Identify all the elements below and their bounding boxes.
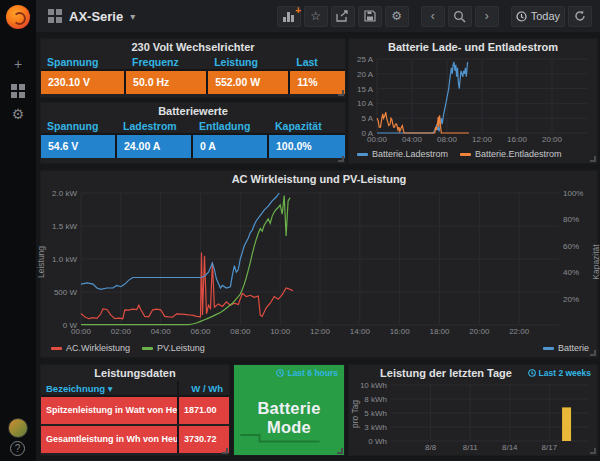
panel-title[interactable]: 230 Volt Wechselrichter bbox=[41, 39, 345, 55]
col-header[interactable]: Spannung bbox=[41, 55, 126, 69]
panel-resize-handle[interactable] bbox=[590, 156, 596, 162]
legend-item[interactable]: PV.Leistung bbox=[142, 343, 205, 353]
svg-text:20 A: 20 A bbox=[357, 70, 374, 79]
panel-daily-chart: Leistung der letzten Tage Last 2 weeks 8… bbox=[348, 364, 598, 456]
svg-text:8/17: 8/17 bbox=[542, 443, 558, 452]
panel-resize-handle[interactable] bbox=[338, 90, 344, 96]
cell-bezeichnung: Spitzenleistung in Watt von Heute bbox=[41, 397, 179, 424]
col-header[interactable]: Last bbox=[290, 55, 345, 69]
chevron-down-icon: ▾ bbox=[130, 11, 135, 22]
cell-last: 11% bbox=[290, 71, 345, 94]
legend-item[interactable]: Batterie bbox=[543, 343, 589, 353]
table-header-row: Spannung Frequenz Leistung Last bbox=[41, 55, 345, 71]
panel-title[interactable]: Leistungsdaten bbox=[41, 365, 229, 381]
legend-label: Batterie bbox=[558, 343, 589, 353]
svg-text:8/8: 8/8 bbox=[425, 443, 437, 452]
panel-title[interactable]: AC Wirkleistung und PV-Leistung bbox=[41, 171, 597, 187]
add-panel-icon: + bbox=[283, 11, 294, 22]
svg-text:5 kWh: 5 kWh bbox=[364, 409, 387, 418]
svg-text:20:00: 20:00 bbox=[542, 135, 563, 144]
col-header[interactable]: Entladung bbox=[193, 119, 269, 133]
dashboard-settings-button[interactable]: ⚙ bbox=[385, 6, 409, 27]
badge-label: Last 2 weeks bbox=[539, 368, 591, 378]
user-avatar[interactable] bbox=[8, 418, 28, 438]
panel-resize-handle[interactable] bbox=[222, 448, 228, 454]
legend-label: PV.Leistung bbox=[157, 343, 205, 353]
clock-icon bbox=[528, 369, 536, 377]
help-icon[interactable]: ? bbox=[10, 441, 25, 456]
svg-text:15 A: 15 A bbox=[357, 85, 374, 94]
svg-text:08:00: 08:00 bbox=[437, 135, 458, 144]
col-header-sortable[interactable]: Bezeichnung ▾ bbox=[41, 381, 179, 395]
svg-text:10:00: 10:00 bbox=[270, 327, 291, 336]
chart-legend: Batterie.Ladestrom Batterie.Entladestrom bbox=[357, 149, 562, 159]
time-forward-button[interactable]: › bbox=[475, 6, 499, 27]
cell-wert: 1871.00 bbox=[179, 397, 229, 424]
panel-resize-handle[interactable] bbox=[590, 448, 596, 454]
panel-title[interactable]: Batteriewerte bbox=[41, 103, 345, 119]
svg-text:1.5 kW: 1.5 kW bbox=[52, 222, 77, 231]
svg-text:10 A: 10 A bbox=[357, 99, 374, 108]
panel-resize-handle[interactable] bbox=[338, 156, 344, 162]
svg-text:0 A: 0 A bbox=[361, 129, 373, 138]
svg-text:04:00: 04:00 bbox=[402, 135, 423, 144]
dashboard-title: AX-Serie bbox=[69, 9, 123, 24]
col-header[interactable]: Frequenz bbox=[126, 55, 208, 69]
grid-icon bbox=[11, 84, 25, 98]
panel-resize-handle[interactable] bbox=[337, 448, 343, 454]
add-icon[interactable]: + bbox=[0, 52, 36, 76]
svg-text:14:00: 14:00 bbox=[350, 327, 371, 336]
legend-item[interactable]: AC.Wirkleistung bbox=[51, 343, 130, 353]
sidebar: + ⚙ ? bbox=[0, 0, 36, 461]
save-icon bbox=[364, 10, 376, 22]
svg-text:5 A: 5 A bbox=[361, 114, 373, 123]
time-range-button[interactable]: Today bbox=[511, 6, 565, 27]
panel-battery-mode: Last 6 hours Batterie Mode bbox=[233, 364, 345, 456]
badge-label: Last 6 hours bbox=[287, 368, 338, 378]
charge-chart-plot[interactable]: 00:0004:0008:0012:0016:0020:000 A5 A10 A… bbox=[351, 55, 595, 145]
series-color-swatch bbox=[142, 347, 153, 350]
svg-text:25 A: 25 A bbox=[357, 55, 374, 64]
share-icon bbox=[336, 10, 349, 22]
table-row: Spitzenleistung in Watt von Heute 1871.0… bbox=[41, 397, 229, 424]
save-button[interactable] bbox=[358, 6, 382, 27]
zoom-out-button[interactable] bbox=[448, 6, 472, 27]
top-navbar: AX-Serie ▾ + ☆ bbox=[36, 0, 600, 32]
cell-bezeichnung: Gesamtleistung in Wh von Heute bbox=[41, 426, 179, 453]
svg-text:12:00: 12:00 bbox=[310, 327, 331, 336]
svg-text:22:00: 22:00 bbox=[509, 327, 530, 336]
share-button[interactable] bbox=[331, 6, 355, 27]
chart-legend-left: AC.Wirkleistung PV.Leistung bbox=[51, 343, 205, 353]
legend-label: Batterie.Ladestrom bbox=[372, 149, 448, 159]
dashboards-icon[interactable] bbox=[0, 78, 36, 102]
refresh-button[interactable] bbox=[568, 6, 592, 27]
legend-item[interactable]: Batterie.Ladestrom bbox=[357, 149, 448, 159]
star-button[interactable]: ☆ bbox=[304, 6, 328, 27]
daily-chart-plot[interactable]: 8/88/118/148/170 Wh3 kWh5 kWh8 kWh10 kWh bbox=[361, 381, 595, 453]
time-back-button[interactable]: ‹ bbox=[421, 6, 445, 27]
cell-spannung: 54.6 V bbox=[41, 135, 117, 158]
grafana-logo[interactable] bbox=[6, 5, 30, 29]
svg-text:16:00: 16:00 bbox=[507, 135, 528, 144]
col-header[interactable]: Spannung bbox=[41, 119, 117, 133]
power-chart-plot[interactable]: 00:0002:0004:0006:0008:0010:0012:0014:00… bbox=[49, 187, 591, 339]
svg-text:40%: 40% bbox=[563, 268, 579, 277]
svg-text:8/14: 8/14 bbox=[502, 443, 518, 452]
cell-entladung: 0 A bbox=[193, 135, 269, 158]
col-header[interactable]: Ladestrom bbox=[117, 119, 193, 133]
col-header[interactable]: W / Wh bbox=[179, 381, 229, 395]
cell-kapazitaet: 100.0% bbox=[269, 135, 345, 158]
settings-icon[interactable]: ⚙ bbox=[0, 102, 36, 126]
panel-power-chart: AC Wirkleistung und PV-Leistung 00:0002:… bbox=[40, 170, 598, 358]
cell-spannung: 230.10 V bbox=[41, 71, 126, 94]
panel-resize-handle[interactable] bbox=[590, 350, 596, 356]
panel-title[interactable]: Batterie Lade- und Entladestrom bbox=[349, 39, 597, 55]
legend-item[interactable]: Batterie.Entladestrom bbox=[460, 149, 562, 159]
time-range-label: Today bbox=[531, 10, 560, 22]
col-header[interactable]: Kapazität bbox=[269, 119, 345, 133]
add-panel-button[interactable]: + bbox=[277, 6, 301, 27]
col-header[interactable]: Leistung bbox=[208, 55, 290, 69]
panel-battery-values: Batteriewerte Spannung Ladestrom Entladu… bbox=[40, 102, 346, 164]
svg-text:20%: 20% bbox=[563, 295, 579, 304]
dashboard-title-dropdown[interactable]: AX-Serie ▾ bbox=[48, 9, 135, 24]
